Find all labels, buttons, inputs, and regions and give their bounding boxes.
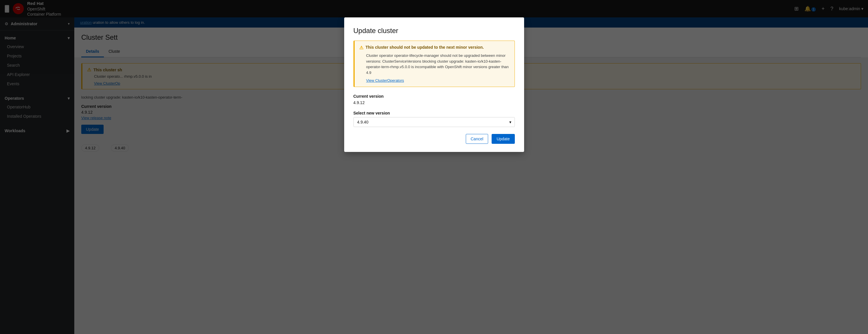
version-select[interactable]: 4.9.40 bbox=[353, 117, 515, 127]
modal-current-version-field: Current version 4.9.12 bbox=[353, 94, 515, 105]
modal-warning-icon: ⚠ bbox=[359, 45, 363, 51]
modal-title: Update cluster bbox=[353, 27, 515, 35]
update-confirm-button[interactable]: Update bbox=[492, 134, 515, 144]
modal-warning-box: ⚠ This cluster should not be updated to … bbox=[353, 41, 515, 87]
update-cluster-modal: Update cluster ⚠ This cluster should not… bbox=[344, 18, 524, 152]
modal-actions: Cancel Update bbox=[353, 134, 515, 144]
version-select-wrapper: 4.9.40 ▾ bbox=[353, 117, 515, 127]
modal-warning-title-text: This cluster should not be updated to th… bbox=[366, 45, 484, 49]
modal-current-version-value: 4.9.12 bbox=[353, 100, 515, 105]
cancel-button[interactable]: Cancel bbox=[466, 134, 488, 144]
modal-current-version-label: Current version bbox=[353, 94, 515, 99]
modal-select-version-label: Select new version bbox=[353, 111, 515, 115]
modal-warning-body: Cluster operator operator-lifecycle-mana… bbox=[366, 53, 510, 75]
modal-warning-title: ⚠ This cluster should not be updated to … bbox=[359, 45, 510, 51]
modal-view-cluster-operators-link[interactable]: View ClusterOperators bbox=[366, 78, 510, 82]
modal-select-version-field: Select new version 4.9.40 ▾ bbox=[353, 111, 515, 127]
modal-overlay: Update cluster ⚠ This cluster should not… bbox=[0, 0, 868, 334]
